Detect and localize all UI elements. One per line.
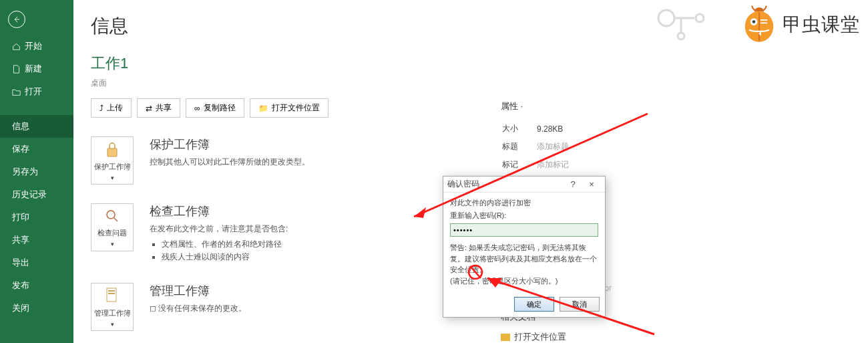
lock-icon bbox=[104, 140, 120, 159]
protect-desc: 控制其他人可以对此工作簿所做的更改类型。 bbox=[150, 156, 310, 168]
chevron-down-icon: ▾ bbox=[111, 321, 114, 328]
back-arrow-icon bbox=[12, 15, 21, 24]
confirm-password-dialog: 确认密码 ? × 对此文件的内容进行加密 重新输入密码(R): 警告: 如果丢失… bbox=[443, 176, 606, 318]
svg-point-10 bbox=[678, 33, 684, 39]
manage-workbook-button[interactable]: 管理工作簿▾ bbox=[91, 283, 134, 331]
svg-point-8 bbox=[658, 10, 674, 26]
main-content: 信息 工作1 桌面 ⤴上传 ⇄共享 ∞复制路径 📁打开文件位置 保护工作簿▾ 保… bbox=[73, 0, 868, 343]
sidebar-label: 开始 bbox=[25, 40, 42, 52]
dialog-help-button[interactable]: ? bbox=[564, 179, 582, 189]
inspect-bullet: 文档属性、作者的姓名和绝对路径 bbox=[162, 239, 288, 250]
properties-header[interactable]: 属性 · bbox=[501, 100, 588, 112]
beetle-logo-icon bbox=[741, 4, 777, 45]
inspect-desc: 在发布此文件之前，请注意其是否包含: bbox=[150, 223, 288, 235]
protect-title: 保护工作簿 bbox=[150, 136, 310, 152]
sidebar-label: 新建 bbox=[25, 63, 42, 75]
svg-rect-3 bbox=[108, 290, 115, 292]
sidebar-item-start[interactable]: 开始 bbox=[0, 35, 73, 58]
dialog-ok-button[interactable]: 确定 bbox=[514, 297, 554, 312]
upload-icon: ⤴ bbox=[99, 104, 103, 113]
prop-row: 标记添加标记 bbox=[502, 156, 586, 173]
upload-button[interactable]: ⤴上传 bbox=[91, 98, 132, 118]
svg-rect-4 bbox=[108, 293, 115, 294]
svg-rect-0 bbox=[107, 148, 117, 156]
share-icon: ⇄ bbox=[146, 104, 152, 113]
open-folder-icon bbox=[12, 88, 21, 96]
open-file-location-button[interactable]: 📁打开文件位置 bbox=[250, 98, 329, 118]
manage-desc: ◻ 没有任何未保存的更改。 bbox=[150, 303, 246, 314]
magnifier-icon bbox=[104, 208, 120, 225]
dialog-label-reenter: 重新输入密码(R): bbox=[450, 211, 598, 221]
dialog-title: 确认密码 bbox=[447, 179, 564, 190]
sidebar-item-export[interactable]: 导出 bbox=[0, 251, 73, 274]
folder-icon: 📁 bbox=[258, 104, 268, 113]
dialog-close-button[interactable]: × bbox=[582, 179, 601, 189]
document-icon bbox=[104, 287, 120, 306]
protect-workbook-button[interactable]: 保护工作簿▾ bbox=[91, 136, 134, 185]
home-icon bbox=[12, 42, 21, 51]
sidebar-item-print[interactable]: 打印 bbox=[0, 206, 73, 229]
watermark: 甲虫课堂 bbox=[741, 4, 860, 45]
inspect-title: 检查工作簿 bbox=[150, 203, 288, 219]
inspect-workbook-button[interactable]: 检查问题▾ bbox=[91, 203, 134, 251]
manage-title: 管理工作簿 bbox=[150, 283, 246, 299]
svg-point-9 bbox=[696, 14, 704, 22]
watermark-text: 甲虫课堂 bbox=[783, 12, 860, 37]
sidebar-item-close[interactable]: 关闭 bbox=[0, 297, 73, 320]
sidebar-label: 打开 bbox=[25, 86, 42, 98]
sidebar-item-saveas[interactable]: 另存为 bbox=[0, 160, 73, 183]
prop-row: 大小9.28KB bbox=[502, 120, 586, 137]
open-file-location-link[interactable]: 打开文件位置 bbox=[501, 331, 566, 343]
decorative-circuit-icon bbox=[654, 1, 714, 41]
prop-row: 标题添加标题 bbox=[502, 138, 586, 155]
file-name: 工作1 bbox=[91, 53, 868, 74]
chevron-down-icon: ▾ bbox=[111, 241, 114, 247]
back-arrow-button[interactable] bbox=[8, 11, 25, 28]
sidebar-item-publish[interactable]: 发布 bbox=[0, 274, 73, 297]
dialog-cancel-button[interactable]: 取消 bbox=[560, 297, 600, 312]
file-path: 桌面 bbox=[91, 78, 868, 89]
copy-path-button[interactable]: ∞复制路径 bbox=[186, 98, 244, 118]
link-icon: ∞ bbox=[194, 104, 200, 113]
sidebar-item-info[interactable]: 信息 bbox=[0, 115, 73, 138]
password-input[interactable] bbox=[450, 223, 598, 237]
svg-point-13 bbox=[752, 20, 755, 23]
inspect-bullet: 残疾人士难以阅读的内容 bbox=[162, 251, 288, 263]
new-file-icon bbox=[12, 65, 21, 74]
backstage-sidebar: 开始 新建 打开 信息 保存 另存为 历史记录 打印 共享 导出 发布 关闭 bbox=[0, 0, 73, 343]
svg-point-1 bbox=[107, 211, 115, 219]
sidebar-item-history[interactable]: 历史记录 bbox=[0, 183, 73, 206]
sidebar-item-new[interactable]: 新建 bbox=[0, 58, 73, 80]
chevron-down-icon: ▾ bbox=[111, 175, 114, 181]
dialog-warning: 警告: 如果丢失或忘记密码，则无法将其恢复。建议将密码列表及其相应文档名放在一个… bbox=[450, 242, 598, 286]
sidebar-item-save[interactable]: 保存 bbox=[0, 138, 73, 160]
dialog-instr1: 对此文件的内容进行加密 bbox=[450, 198, 598, 208]
sidebar-item-open[interactable]: 打开 bbox=[0, 80, 73, 103]
share-button[interactable]: ⇄共享 bbox=[137, 98, 180, 118]
folder-icon bbox=[501, 334, 510, 341]
sidebar-item-share[interactable]: 共享 bbox=[0, 229, 73, 251]
